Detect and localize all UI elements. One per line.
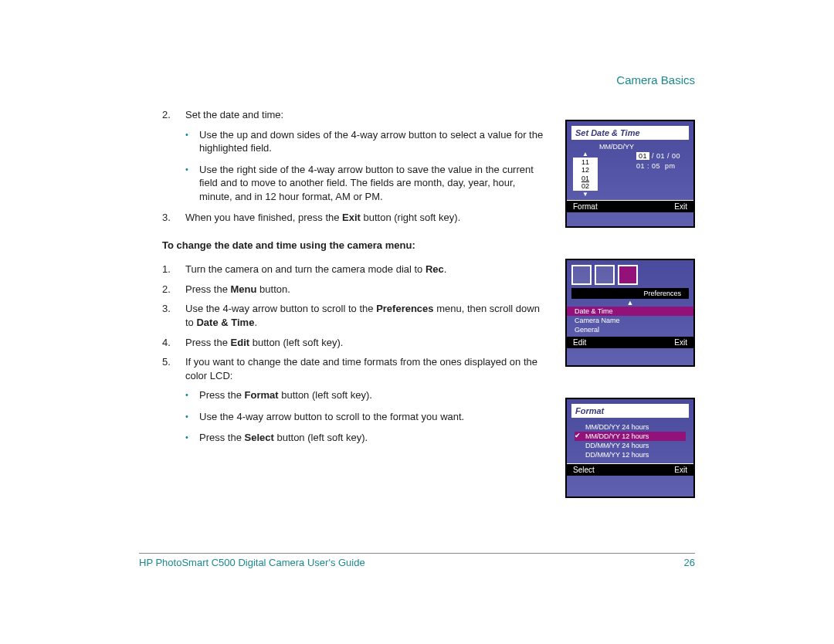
bullet: •Use the right side of the 4-way arrow b… <box>185 163 548 204</box>
section-heading: Camera Basics <box>616 73 695 86</box>
body-text: 2. Set the date and time: •Use the up an… <box>162 108 548 452</box>
softkey-left: Select <box>573 466 595 474</box>
page-footer: HP PhotoSmart C500 Digital Camera User's… <box>139 553 695 568</box>
softkey-left: Edit <box>573 338 586 347</box>
bullet: •Press the Select button (left soft key)… <box>185 431 548 445</box>
step-b5: 5. If you want to change the date and ti… <box>162 355 548 382</box>
step-b3: 3. Use the 4-way arrow button to scroll … <box>162 302 548 329</box>
format-option: DD/MM/YY 12 hours <box>575 450 686 459</box>
format-option: DD/MM/YY 24 hours <box>575 441 686 450</box>
softkey-right: Exit <box>674 466 687 474</box>
step-3: 3. When you have finished, press the Exi… <box>162 211 548 225</box>
doc-icon <box>571 265 592 285</box>
bullet: •Use the up and down sides of the 4-way … <box>185 128 548 155</box>
document-page: Camera Basics 2. Set the date and time: … <box>0 0 834 644</box>
bullet: •Use the 4-way arrow button to scroll to… <box>185 410 548 424</box>
format-option: ✔MM/DD/YY 12 hours <box>575 432 686 441</box>
softkey-right: Exit <box>674 202 687 211</box>
figures-column: Set Date & Time MM/DD/YY ▲ 11 12 01 02 ▼… <box>565 120 695 498</box>
figure-format: Format MM/DD/YY 24 hours ✔MM/DD/YY 12 ho… <box>565 398 695 498</box>
page-number: 26 <box>684 557 695 568</box>
subheading: To change the date and time using the ca… <box>162 239 548 253</box>
lcd-title: Set Date & Time <box>571 126 689 140</box>
softkey-right: Exit <box>674 338 687 347</box>
lcd-title: Format <box>571 404 689 418</box>
step-b4: 4. Press the Edit button (left soft key)… <box>162 336 548 350</box>
target-icon <box>618 265 638 285</box>
menu-option: General <box>567 325 693 334</box>
step-b1: 1. Turn the camera on and turn the camer… <box>162 263 548 276</box>
camera-icon <box>595 265 615 285</box>
lcd-menu-title: Preferences <box>571 288 689 299</box>
softkey-left: Format <box>573 202 598 211</box>
step-2: 2. Set the date and time: <box>162 108 548 122</box>
menu-option: Date & Time <box>567 307 693 316</box>
menu-option: Camera Name <box>567 316 693 325</box>
footer-title: HP PhotoSmart C500 Digital Camera User's… <box>139 557 365 568</box>
lcd-format-label: MM/DD/YY <box>567 141 693 151</box>
bullet: •Press the Format button (left soft key)… <box>185 388 548 402</box>
figure-set-date: Set Date & Time MM/DD/YY ▲ 11 12 01 02 ▼… <box>565 120 695 228</box>
step-b2: 2. Press the Menu button. <box>162 283 548 297</box>
figure-preferences: Preferences ▲ Date & Time Camera Name Ge… <box>565 259 695 367</box>
format-option: MM/DD/YY 24 hours <box>575 422 686 432</box>
